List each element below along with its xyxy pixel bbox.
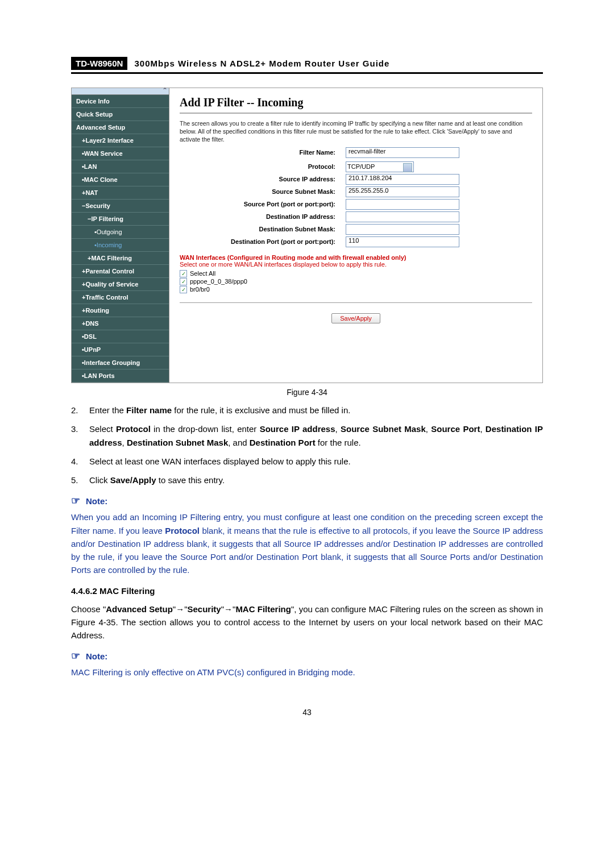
step-num-3: 3. — [71, 422, 89, 449]
panel-heading: Add IP Filter -- Incoming — [180, 96, 532, 109]
note-label-1: Note: — [86, 496, 107, 506]
note-body-2: MAC Filtering is only effective on ATM P… — [71, 666, 543, 679]
nav-dsl[interactable]: •DSL — [72, 330, 169, 343]
panel-blurb: The screen allows you to create a filter… — [180, 119, 532, 144]
content-panel: Add IP Filter -- Incoming The screen all… — [169, 88, 542, 383]
nav-wan-service[interactable]: •WAN Service — [72, 147, 169, 160]
input-src-mask[interactable]: 255.255.255.0 — [346, 186, 459, 197]
nav-layer2[interactable]: +Layer2 Interface — [72, 134, 169, 147]
header-rule — [71, 72, 543, 74]
check-pppoe-row: ✓ pppoe_0_0_38/ppp0 — [180, 278, 532, 285]
section-heading: 4.4.6.2 MAC Filtering — [71, 586, 543, 596]
section-paragraph: Choose "Advanced Setup"→"Security"→"MAC … — [71, 603, 543, 642]
checkbox-br0[interactable]: ✓ — [180, 286, 187, 293]
nav-quick-setup[interactable]: Quick Setup — [72, 108, 169, 121]
nav-outgoing[interactable]: •Outgoing — [72, 226, 169, 239]
label-src-ip: Source IP address: — [180, 176, 346, 182]
page-number: 43 — [71, 708, 543, 717]
input-dst-ip[interactable] — [346, 211, 459, 222]
label-src-mask: Source Subnet Mask: — [180, 188, 346, 195]
check-select-all-row: ✓ Select All — [180, 270, 532, 277]
sidebar: Device Info Quick Setup Advanced Setup +… — [72, 88, 169, 383]
label-src-port: Source Port (port or port:port): — [180, 201, 346, 207]
divider — [180, 113, 532, 114]
hand-icon: ☞ — [71, 495, 80, 507]
step-text-5: Click Save/Apply to save this entry. — [89, 474, 543, 487]
nav-advanced-setup[interactable]: Advanced Setup — [72, 121, 169, 134]
nav-parental[interactable]: +Parental Control — [72, 265, 169, 278]
label-dst-mask: Destination Subnet Mask: — [180, 226, 346, 232]
nav-security[interactable]: −Security — [72, 200, 169, 213]
check-label-pppoe: pppoe_0_0_38/ppp0 — [190, 278, 247, 285]
checkbox-select-all[interactable]: ✓ — [180, 270, 187, 277]
nav-qos[interactable]: +Quality of Service — [72, 278, 169, 291]
select-protocol-value: TCP/UDP — [347, 163, 375, 170]
instruction-list: 2. Enter the Filter name for the rule, i… — [71, 404, 543, 487]
figure-caption: Figure 4-34 — [71, 388, 543, 397]
step-text-3: Select Protocol in the drop-down list, e… — [89, 422, 543, 449]
checkbox-pppoe[interactable]: ✓ — [180, 278, 187, 285]
input-src-ip[interactable]: 210.17.188.204 — [346, 174, 459, 185]
note-heading-2: ☞ Note: — [71, 650, 543, 662]
nav-nat[interactable]: +NAT — [72, 186, 169, 200]
divider-bottom — [180, 302, 532, 303]
hand-icon: ☞ — [71, 650, 80, 662]
check-label-br0: br0/br0 — [190, 286, 210, 293]
nav-ip-filtering[interactable]: −IP Filtering — [72, 213, 169, 226]
label-protocol: Protocol: — [180, 163, 346, 170]
nav-traffic[interactable]: +Traffic Control — [72, 291, 169, 304]
step-num-5: 5. — [71, 474, 89, 487]
nav-routing[interactable]: +Routing — [72, 304, 169, 317]
label-dst-port: Destination Port (port or port:port): — [180, 238, 346, 245]
step-num-4: 4. — [71, 455, 89, 468]
wan-heading: WAN Interfaces (Configured in Routing mo… — [180, 254, 532, 261]
step-num-2: 2. — [71, 404, 89, 417]
note-body-1: When you add an Incoming IP Filtering en… — [71, 510, 543, 576]
nav-device-info[interactable]: Device Info — [72, 95, 169, 108]
input-src-port[interactable] — [346, 199, 459, 210]
nav-incoming[interactable]: •Incoming — [72, 239, 169, 252]
input-dst-port[interactable]: 110 — [346, 236, 459, 247]
note-heading-1: ☞ Note: — [71, 495, 543, 507]
check-br0-row: ✓ br0/br0 — [180, 286, 532, 293]
nav-interface-grouping[interactable]: •Interface Grouping — [72, 356, 169, 369]
label-filter-name: Filter Name: — [180, 149, 346, 156]
router-screenshot: Device Info Quick Setup Advanced Setup +… — [71, 88, 543, 383]
step-text-2: Enter the Filter name for the rule, it i… — [89, 404, 543, 417]
page-header: TD-W8960N 300Mbps Wireless N ADSL2+ Mode… — [71, 57, 543, 72]
select-protocol[interactable]: TCP/UDP — [346, 161, 414, 172]
note-label-2: Note: — [86, 651, 107, 661]
nav-mac-filtering[interactable]: +MAC Filtering — [72, 252, 169, 265]
check-label-select-all: Select All — [190, 270, 215, 277]
nav-upnp[interactable]: •UPnP — [72, 343, 169, 356]
save-apply-button[interactable]: Save/Apply — [331, 313, 380, 323]
model-badge: TD-W8960N — [71, 57, 127, 70]
input-filter-name[interactable]: recvmail-filter — [346, 147, 459, 158]
nav-dns[interactable]: +DNS — [72, 317, 169, 330]
step-text-4: Select at least one WAN interfaces displ… — [89, 455, 543, 468]
input-dst-mask[interactable] — [346, 224, 459, 235]
nav-lan[interactable]: •LAN — [72, 160, 169, 173]
nav-lan-ports[interactable]: •LAN Ports — [72, 369, 169, 383]
guide-title: 300Mbps Wireless N ADSL2+ Modem Router U… — [130, 59, 390, 68]
wan-subtext: Select one or more WAN/LAN interfaces di… — [180, 261, 532, 268]
nav-mac-clone[interactable]: •MAC Clone — [72, 173, 169, 186]
scroll-up-icon[interactable] — [72, 88, 169, 95]
label-dst-ip: Destination IP address: — [180, 213, 346, 220]
